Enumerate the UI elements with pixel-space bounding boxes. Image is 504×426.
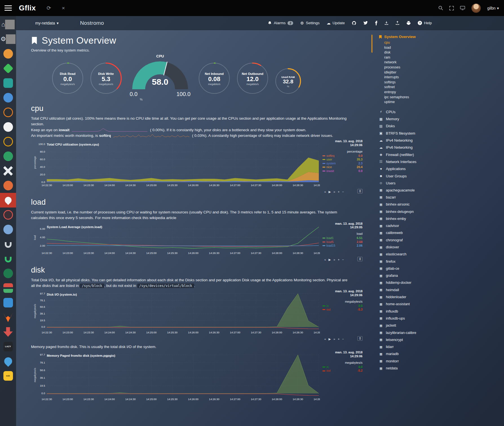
legend-row[interactable]: nice 20.4: [322, 165, 362, 169]
fullscreen-icon[interactable]: [449, 6, 454, 10]
menu-section-item[interactable]: ☺ Users: [379, 180, 504, 187]
menu-app-item[interactable]: ▦ home-assistant: [379, 301, 504, 308]
legend-row[interactable]: iowait 0.0: [322, 169, 362, 173]
gauge-cpu[interactable]: CPU 58.0 0.0 100.0 %: [130, 54, 191, 101]
sidebar-app-item[interactable]: ⌂: [0, 17, 16, 32]
sidebar-app-item[interactable]: [0, 164, 16, 178]
menu-subitem[interactable]: uptime: [379, 100, 504, 105]
menu-app-item[interactable]: ▦ lazylibrarian-calibre: [379, 329, 504, 336]
sidebar-app-item[interactable]: [0, 105, 16, 120]
menu-app-item[interactable]: ▦ cadvisor: [379, 222, 504, 229]
close-icon[interactable]: ×: [62, 5, 65, 11]
sidebar-app-item[interactable]: [0, 90, 16, 105]
menu-app-item[interactable]: ▦ calibreweb: [379, 229, 504, 237]
menu-app-item[interactable]: ▦ lidarr: [379, 344, 504, 351]
menu-subitem[interactable]: processes: [379, 65, 504, 70]
chart-tool-button[interactable]: «: [324, 338, 326, 341]
sidebar-app-item[interactable]: [0, 178, 16, 193]
host-dropdown[interactable]: my-netdata ▾: [35, 21, 59, 25]
chart-tool-button[interactable]: ▶: [329, 338, 331, 341]
sidebar-app-item[interactable]: [0, 149, 16, 164]
settings-button[interactable]: ⚙ Settings: [300, 21, 319, 25]
cpu-chart-canvas[interactable]: 14:22:3014:23:0014:23:3014:24:0014:24:30…: [33, 143, 362, 189]
legend-row[interactable]: user 35.3: [322, 158, 362, 162]
sidebar-app-item[interactable]: [0, 354, 16, 369]
search-icon[interactable]: [438, 6, 443, 10]
menu-app-item[interactable]: ▦ elasticsearch: [379, 251, 504, 258]
alarms-button[interactable]: Alarms 2: [268, 21, 293, 25]
legend-row[interactable]: out -5.3: [322, 308, 362, 312]
chart-tool-button[interactable]: ▶: [329, 258, 331, 261]
menu-subitem[interactable]: ram: [379, 55, 504, 60]
sidebar-app-item[interactable]: [0, 310, 16, 325]
menu-app-item[interactable]: ▦ binhex-delugevpn: [379, 208, 504, 215]
update-button[interactable]: ☁ Update: [327, 21, 345, 25]
legend-row[interactable]: load5 2.68: [322, 240, 362, 244]
chart-tool-button[interactable]: »: [333, 258, 335, 261]
menu-app-item[interactable]: ▦ apacheguacamole: [379, 187, 504, 194]
legend-row[interactable]: softirq 0.0: [322, 154, 362, 158]
gauge-net-outbound[interactable]: Net Outbound 12.0 megabits/s: [236, 62, 269, 96]
menu-app-item[interactable]: ▦ binhex-airsonic: [379, 201, 504, 208]
menu-section-item[interactable]: ▦ Memory: [379, 115, 504, 122]
sidebar-app-item[interactable]: [0, 281, 16, 295]
legend-row[interactable]: out -5.2: [322, 369, 362, 373]
menu-app-item[interactable]: ▦ grafana: [379, 272, 504, 279]
legend-row[interactable]: in 0.0: [322, 304, 362, 308]
chart-tool-button[interactable]: «: [324, 258, 326, 261]
gauge-disk-read[interactable]: Disk Read 0.0 megabytes/s: [51, 62, 84, 96]
menu-app-item[interactable]: ▦ hiddenloader: [379, 293, 504, 300]
menu-app-item[interactable]: ▦ netdata: [379, 365, 504, 372]
menu-section-item[interactable]: ⚡ CPUs: [379, 108, 504, 115]
menu-subitem[interactable]: disk: [379, 50, 504, 55]
sidebar-app-item[interactable]: ⚙: [0, 32, 16, 46]
sidebar-app-item[interactable]: [0, 193, 16, 208]
menu-section-item[interactable]: ▤ Disks: [379, 122, 504, 130]
legend-row[interactable]: load15 2.06: [322, 244, 362, 248]
sidebar-app-item[interactable]: [0, 251, 16, 266]
menu-app-item[interactable]: ▦ gitlab-ce: [379, 265, 504, 272]
menu-section-item[interactable]: ◈ Firewall (netfilter): [379, 151, 504, 158]
sidebar-app-item[interactable]: [0, 120, 16, 134]
chart-resize-handle[interactable]: ⇕: [357, 189, 362, 193]
menu-section-item[interactable]: ☁ IPv6 Networking: [379, 144, 504, 151]
menu-app-item[interactable]: ▦ binhex-emby: [379, 215, 504, 222]
sidebar-app-item[interactable]: [0, 208, 16, 222]
facebook-button[interactable]: [375, 21, 377, 25]
menu-subitem[interactable]: ipc semaphores: [379, 95, 504, 100]
menu-app-item[interactable]: ▦ mariadb: [379, 351, 504, 358]
menu-app-item[interactable]: ▦ hddtemp-docker: [379, 279, 504, 286]
sidebar-app-item[interactable]: [0, 61, 16, 76]
wikipedia-link[interactable]: wikipedia article: [149, 216, 176, 220]
chart-tool-button[interactable]: +: [338, 258, 339, 261]
sidebar-app-item[interactable]: [0, 295, 16, 310]
sidebar-app-item[interactable]: [0, 222, 16, 237]
sidebar-app-item[interactable]: LAZY: [0, 339, 16, 354]
chart-tool-button[interactable]: +: [338, 338, 339, 341]
sidebar-app-item[interactable]: [0, 266, 16, 281]
sidebar-app-item[interactable]: [0, 237, 16, 251]
menu-app-item[interactable]: ▦ chronograf: [379, 237, 504, 244]
menu-subitem[interactable]: interrupts: [379, 75, 504, 80]
menu-system-overview[interactable]: System Overview: [379, 35, 504, 39]
chart-resize-handle[interactable]: ⇕: [357, 257, 362, 261]
print-button[interactable]: [406, 21, 411, 25]
github-button[interactable]: [352, 21, 356, 25]
menu-subitem[interactable]: softnet: [379, 85, 504, 90]
menu-app-item[interactable]: ▦ influxdb-ups: [379, 315, 504, 322]
menu-app-item[interactable]: ▦ bazarr: [379, 194, 504, 201]
menu-subitem[interactable]: idlejitter: [379, 70, 504, 75]
gauge-disk-write[interactable]: Disk Write 5.3 megabytes/s: [90, 62, 122, 96]
menu-section-item[interactable]: ☻ User Groups: [379, 172, 504, 179]
import-button[interactable]: [384, 21, 388, 25]
menu-section-item[interactable]: ♥ Applications: [379, 165, 504, 172]
gauge-used-ram[interactable]: Used RAM 32.8 %: [275, 68, 302, 96]
menu-app-item[interactable]: ▦ monitorr: [379, 358, 504, 365]
menu-section-item[interactable]: ☁ IPv4 Networking: [379, 137, 504, 144]
load-chart-canvas[interactable]: 14:22:3014:23:0014:23:3014:24:0014:24:30…: [33, 225, 362, 257]
menu-section-item[interactable]: ☷ Network Interfaces: [379, 158, 504, 165]
menu-app-item[interactable]: ▦ letsencrypt: [379, 336, 504, 343]
menu-app-item[interactable]: ▦ firefox: [379, 258, 504, 265]
menu-app-item[interactable]: ▦ influxdb: [379, 308, 504, 315]
iowait-sparkline[interactable]: [72, 128, 148, 132]
